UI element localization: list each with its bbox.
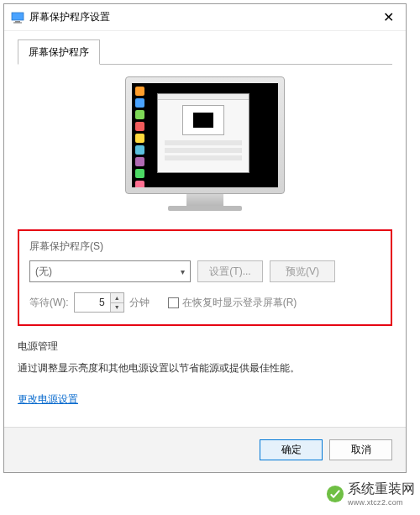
desktop-icon	[135, 87, 144, 96]
chevron-down-icon: ▾	[181, 267, 185, 276]
power-header: 电源管理	[18, 339, 392, 354]
preview-area	[18, 76, 392, 211]
monitor-base	[168, 206, 242, 211]
window-title: 屏幕保护程序设置	[29, 10, 370, 24]
monitor-icon	[11, 11, 24, 24]
watermark-text: 系统重装网	[348, 481, 415, 498]
resume-checkbox[interactable]: 在恢复时显示登录屏幕(R)	[168, 296, 297, 310]
desktop-icon	[135, 157, 144, 166]
spin-up-button[interactable]: ▲	[111, 293, 123, 303]
tab-strip: 屏幕保护程序	[18, 39, 392, 65]
inner-window-header	[158, 94, 249, 100]
inner-preview	[182, 105, 224, 135]
monitor-screen	[132, 83, 278, 187]
inner-line	[165, 140, 242, 145]
desktop-icon	[135, 134, 144, 143]
desktop-icon	[135, 145, 144, 155]
close-button[interactable]: ✕	[370, 5, 406, 30]
wait-value: 5	[75, 297, 110, 308]
tab-screensaver[interactable]: 屏幕保护程序	[18, 39, 100, 65]
desktop-icon	[135, 98, 144, 108]
wait-label: 等待(W):	[29, 296, 69, 310]
monitor-preview	[125, 76, 285, 211]
watermark-url: www.xtcz2.com	[348, 498, 415, 507]
desktop-icon	[135, 169, 144, 178]
screensaver-group-title: 屏幕保护程序(S)	[29, 239, 381, 254]
settings-dialog: 屏幕保护程序设置 ✕ 屏幕保护程序	[3, 3, 407, 473]
dialog-buttons: 确定 取消	[4, 427, 406, 472]
spin-down-button[interactable]: ▼	[111, 303, 123, 313]
close-icon: ✕	[383, 9, 394, 25]
watermark: 系统重装网 www.xtcz2.com	[326, 481, 415, 507]
resume-checkbox-label: 在恢复时显示登录屏幕(R)	[182, 296, 297, 310]
dropdown-value: (无)	[35, 265, 52, 279]
wait-unit: 分钟	[129, 296, 150, 310]
monitor-stand	[186, 194, 223, 206]
watermark-textblock: 系统重装网 www.xtcz2.com	[348, 481, 415, 507]
desktop-icon	[135, 181, 144, 187]
dropdown-row: (无) ▾ 设置(T)... 预览(V)	[29, 260, 381, 282]
checkbox-box[interactable]	[168, 297, 179, 308]
power-management-group: 电源管理 通过调整显示亮度和其他电源设置以节省能源或提供最佳性能。 更改电源设置	[18, 339, 392, 407]
power-settings-link[interactable]: 更改电源设置	[18, 393, 78, 405]
dialog-body: 屏幕保护程序	[4, 31, 406, 427]
cancel-button[interactable]: 取消	[329, 439, 392, 460]
spinner-buttons: ▲ ▼	[110, 293, 123, 312]
desktop-icon	[135, 122, 144, 131]
settings-button[interactable]: 设置(T)...	[197, 260, 263, 282]
inner-preview-black	[193, 113, 213, 128]
logo-icon	[326, 485, 344, 503]
wait-spinner[interactable]: 5 ▲ ▼	[74, 292, 124, 313]
desktop-icon	[135, 110, 144, 119]
ok-button[interactable]: 确定	[260, 439, 323, 460]
screensaver-dropdown[interactable]: (无) ▾	[29, 260, 191, 282]
preview-button[interactable]: 预览(V)	[270, 260, 335, 282]
wait-row: 等待(W): 5 ▲ ▼ 分钟 在恢复时显示登录屏幕(R)	[29, 292, 381, 313]
svg-rect-1	[15, 21, 20, 23]
monitor-frame	[125, 76, 285, 194]
inner-window	[157, 93, 249, 173]
inner-line	[165, 148, 242, 153]
desktop-icons	[135, 87, 149, 187]
svg-rect-0	[12, 13, 24, 20]
inner-line	[165, 155, 242, 160]
svg-rect-2	[13, 22, 22, 23]
highlighted-section: 屏幕保护程序(S) (无) ▾ 设置(T)... 预览(V) 等待(W): 5 …	[18, 229, 392, 326]
titlebar: 屏幕保护程序设置 ✕	[4, 4, 406, 31]
power-text: 通过调整显示亮度和其他电源设置以节省能源或提供最佳性能。	[18, 360, 392, 376]
